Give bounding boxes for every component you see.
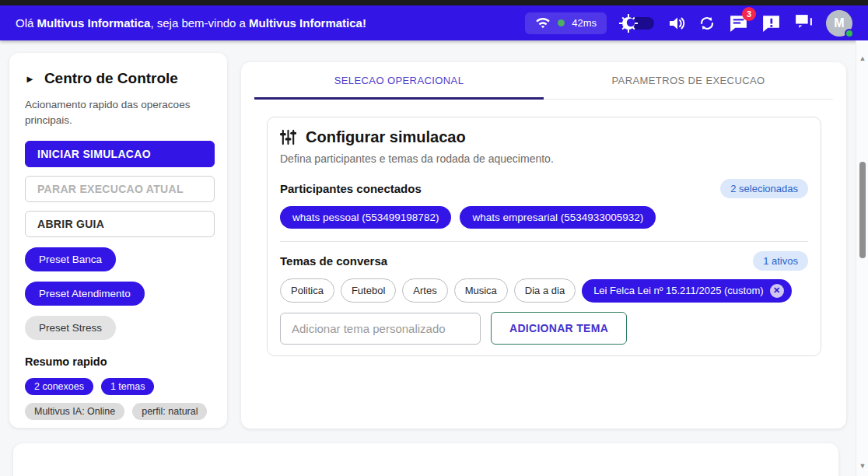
custom-theme-label: Lei Felca Lei nº 15.211/2025 (custom) — [593, 285, 763, 296]
refresh-icon[interactable] — [698, 14, 716, 33]
welcome-message: Olá Multivus Informatica, seja bem-vindo… — [16, 16, 366, 30]
quick-summary-title: Resumo rapido — [25, 355, 212, 368]
theme-chip-politica[interactable]: Politica — [280, 278, 334, 303]
collapse-caret-icon[interactable]: ► — [25, 73, 35, 85]
greeting-company-name: Multivus Informatica! — [249, 16, 366, 30]
dark-mode-toggle[interactable] — [618, 13, 656, 33]
tab-selecao-operacional[interactable]: SELECAO OPERACIONAL — [254, 62, 544, 99]
notification-badge: 3 — [742, 7, 756, 21]
custom-theme-chip[interactable]: Lei Felca Lei nº 15.211/2025 (custom) ✕ — [582, 279, 791, 303]
start-simulation-button[interactable]: INICIAR SIMULACAO — [25, 141, 215, 167]
active-tab-underline — [254, 97, 544, 100]
sliders-icon — [280, 129, 296, 145]
remove-theme-icon[interactable]: ✕ — [770, 284, 784, 298]
ia-status-badge: Multivus IA: Online — [25, 403, 124, 420]
section-divider — [280, 241, 808, 242]
greeting-middle: , seja bem-vindo a — [150, 16, 249, 30]
connection-status-pill[interactable]: 42ms — [525, 12, 607, 34]
app-header: Olá Multivus Informatica, seja bem-vindo… — [0, 5, 868, 40]
preset-stress-button[interactable]: Preset Stress — [25, 316, 116, 340]
header-actions: 42ms — [525, 10, 852, 37]
participants-count-badge: 2 selecionadas — [720, 179, 808, 198]
alert-message-icon[interactable] — [761, 12, 782, 33]
participants-label: Participantes conectados — [280, 182, 422, 195]
participant-chip[interactable]: whats empresarial (5534933005932) — [460, 206, 656, 229]
chat-notifications-icon[interactable]: 3 — [728, 12, 749, 33]
stop-execution-button[interactable]: PARAR EXECUCAO ATUAL — [25, 176, 215, 202]
profile-badge: perfil: natural — [132, 403, 207, 420]
theme-chip-futebol[interactable]: Futebol — [341, 278, 396, 303]
greeting-user-name: Multivus Informatica — [37, 16, 151, 30]
main-panel: SELECAO OPERACIONAL PARAMETROS DE EXECUC… — [241, 62, 846, 429]
sidebar-description: Acionamento rapido das operacoes princip… — [25, 97, 208, 129]
tab-parametros-execucao[interactable]: PARAMETROS DE EXECUCAO — [544, 62, 833, 99]
avatar-initial: M — [834, 16, 844, 30]
sidebar-title: Centro de Controle — [44, 70, 178, 87]
themes-count-badge: 1 temas — [101, 378, 154, 395]
themes-active-badge: 1 ativos — [753, 251, 808, 271]
conversations-icon[interactable] — [793, 12, 814, 33]
online-status-dot — [845, 29, 854, 38]
theme-chip-dia-a-dia[interactable]: Dia a dia — [514, 278, 576, 303]
control-center-panel: ► Centro de Controle Acionamento rapido … — [9, 53, 227, 428]
config-subtitle: Defina participantes e temas da rodada d… — [280, 152, 808, 165]
scroll-down-arrow[interactable]: ▼ — [856, 462, 868, 470]
config-title: Configurar simulacao — [306, 128, 466, 146]
user-avatar[interactable]: M — [826, 10, 852, 37]
configure-simulation-card: Configurar simulacao Defina participante… — [267, 117, 821, 356]
latency-status-dot — [558, 19, 565, 26]
next-section-card — [13, 443, 838, 476]
theme-chip-musica[interactable]: Musica — [454, 278, 508, 303]
preset-atendimento-button[interactable]: Preset Atendimento — [25, 282, 145, 306]
open-guide-button[interactable]: ABRIR GUIA — [25, 211, 215, 237]
preset-banca-button[interactable]: Preset Banca — [25, 247, 116, 271]
page-scrollbar[interactable]: ▲ ▼ — [856, 40, 868, 476]
wifi-icon — [535, 17, 551, 30]
participant-chip[interactable]: whats pessoal (553499198782) — [280, 206, 451, 229]
brightness-moon-icon — [618, 13, 639, 37]
custom-theme-input[interactable] — [280, 313, 481, 345]
connections-badge: 2 conexoes — [25, 378, 93, 395]
volume-icon[interactable] — [667, 14, 686, 33]
themes-label: Temas de conversa — [280, 254, 387, 268]
browser-top-strip — [0, 0, 868, 5]
greeting-prefix: Olá — [16, 16, 37, 30]
add-theme-button[interactable]: ADICIONAR TEMA — [491, 312, 627, 345]
theme-chip-artes[interactable]: Artes — [402, 278, 447, 303]
scrollbar-thumb[interactable] — [859, 162, 866, 258]
tab-bar: SELECAO OPERACIONAL PARAMETROS DE EXECUC… — [254, 62, 833, 100]
scroll-up-arrow[interactable]: ▲ — [856, 54, 868, 62]
latency-value: 42ms — [572, 17, 597, 29]
